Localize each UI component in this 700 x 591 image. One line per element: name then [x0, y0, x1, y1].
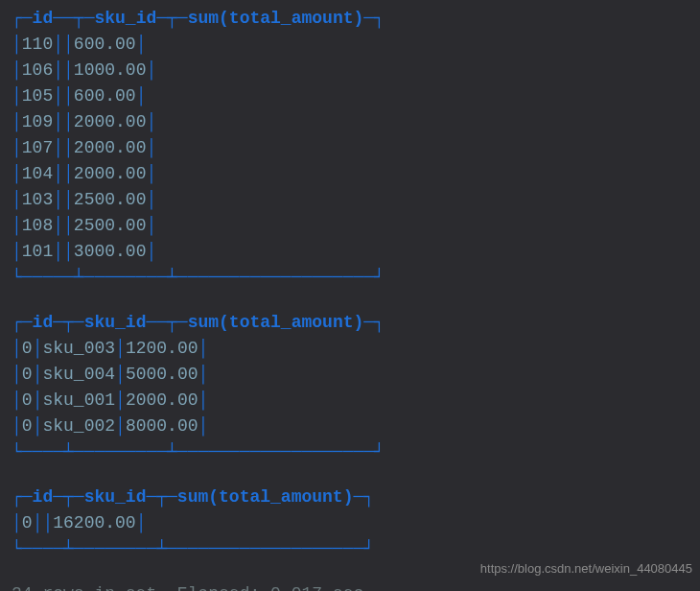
table-row: │ 110 │ │ 600.00 │	[12, 32, 385, 58]
table-header: ┌─id─┬─sku_id──┬─sum(total_amount)─┐	[12, 310, 385, 336]
table-row: │ 109 │ │ 2000.00 │	[12, 109, 385, 135]
table-footer: └────┴────────┴───────────────────┘	[12, 536, 374, 562]
table-row: │ 0 │ sku_003 │ 1200.00 │	[12, 336, 385, 362]
table-row: │ 0 │ │ 16200.00 │	[12, 510, 374, 536]
result-table-2: ┌─id─┬─sku_id──┬─sum(total_amount)─┐│ 0 …	[12, 310, 385, 465]
table-header: ┌─id──┬─sku_id─┬─sum(total_amount)─┐	[12, 6, 385, 32]
table-row: │ 0 │ sku_002 │ 8000.00 │	[12, 414, 385, 439]
table-row: │ 0 │ sku_004 │ 5000.00 │	[12, 362, 385, 388]
watermark-text: https://blog.csdn.net/weixin_44080445	[480, 559, 692, 579]
result-table-3: ┌─id─┬─sku_id─┬─sum(total_amount)─┐│ 0 │…	[12, 485, 374, 562]
table-row: │ 103 │ │ 2500.00 │	[12, 187, 385, 213]
table-row: │ 108 │ │ 2500.00 │	[12, 213, 385, 239]
table-row: │ 0 │ sku_001 │ 2000.00 │	[12, 388, 385, 414]
table-footer: └────┴─────────┴───────────────────┘	[12, 439, 385, 465]
table-row: │ 101 │ │ 3000.00 │	[12, 239, 385, 265]
table-row: │ 107 │ │ 2000.00 │	[12, 135, 385, 161]
result-table-1: ┌─id──┬─sku_id─┬─sum(total_amount)─┐│ 11…	[12, 6, 385, 291]
status-line: 24 rows in set. Elapsed: 0.017 sec.	[12, 581, 700, 591]
table-row: │ 104 │ │ 2000.00 │	[12, 161, 385, 187]
table-footer: └─────┴────────┴───────────────────┘	[12, 265, 385, 291]
table-row: │ 106 │ │ 1000.00 │	[12, 58, 385, 83]
table-header: ┌─id─┬─sku_id─┬─sum(total_amount)─┐	[12, 485, 374, 510]
table-row: │ 105 │ │ 600.00 │	[12, 83, 385, 109]
